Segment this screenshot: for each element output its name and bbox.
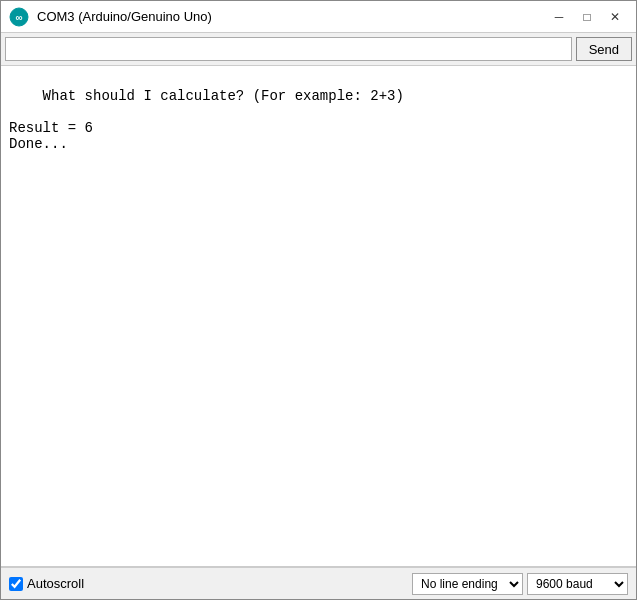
autoscroll-label[interactable]: Autoscroll: [9, 576, 84, 591]
serial-input[interactable]: [5, 37, 572, 61]
window-controls: ─ □ ✕: [546, 6, 628, 28]
send-button[interactable]: Send: [576, 37, 632, 61]
title-bar: ∞ COM3 (Arduino/Genuino Uno) ─ □ ✕: [1, 1, 636, 33]
toolbar: Send: [1, 33, 636, 66]
app-logo: ∞: [9, 7, 37, 27]
minimize-button[interactable]: ─: [546, 6, 572, 28]
serial-output-area: What should I calculate? (For example: 2…: [1, 66, 636, 567]
serial-output-text: What should I calculate? (For example: 2…: [9, 88, 404, 152]
autoscroll-checkbox[interactable]: [9, 577, 23, 591]
window-title: COM3 (Arduino/Genuino Uno): [37, 9, 546, 24]
status-right: No line ending Newline Carriage return B…: [412, 573, 628, 595]
status-bar: Autoscroll No line ending Newline Carria…: [1, 567, 636, 599]
autoscroll-text: Autoscroll: [27, 576, 84, 591]
baud-rate-select[interactable]: 300 baud 1200 baud 2400 baud 4800 baud 9…: [527, 573, 628, 595]
line-ending-select[interactable]: No line ending Newline Carriage return B…: [412, 573, 523, 595]
close-button[interactable]: ✕: [602, 6, 628, 28]
svg-text:∞: ∞: [15, 12, 22, 23]
main-window: ∞ COM3 (Arduino/Genuino Uno) ─ □ ✕ Send …: [0, 0, 637, 600]
maximize-button[interactable]: □: [574, 6, 600, 28]
